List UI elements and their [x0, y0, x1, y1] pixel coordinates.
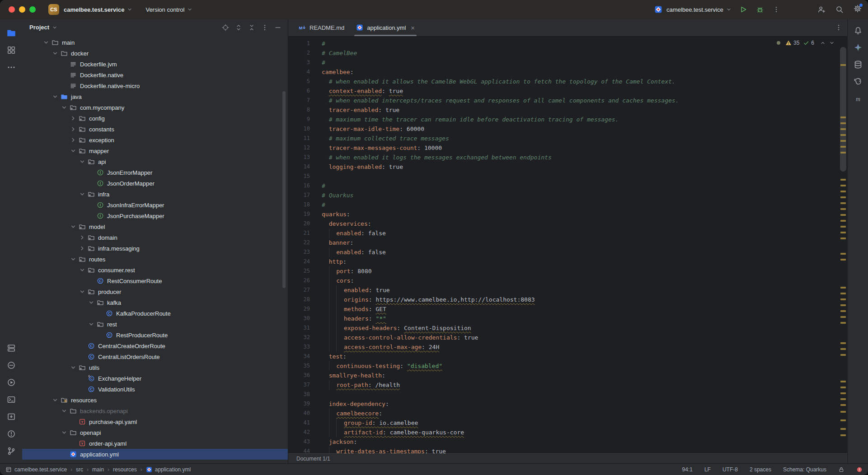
warning-stripe-mark[interactable] — [840, 298, 846, 300]
chevron-down-icon[interactable] — [52, 93, 61, 100]
project-folder-icon[interactable] — [3, 24, 20, 42]
maven-icon[interactable]: m — [849, 90, 867, 107]
chevron-down-icon[interactable] — [70, 223, 79, 230]
zoom-window-button[interactable] — [29, 6, 36, 13]
run-button[interactable] — [739, 5, 747, 14]
tree-item-domain[interactable]: domain — [22, 232, 288, 243]
tree-item-RestProducerRoute[interactable]: CRestProducerRoute — [22, 330, 288, 340]
run-circle-icon[interactable] — [3, 374, 20, 391]
more-actions-button[interactable] — [773, 6, 780, 13]
kebab-icon[interactable] — [261, 24, 268, 31]
chevron-right-icon[interactable] — [79, 245, 88, 252]
minimize-icon[interactable] — [274, 24, 282, 31]
tree-item-infra.messaging[interactable]: infra.messaging — [22, 243, 288, 254]
close-window-button[interactable] — [9, 6, 15, 13]
vcs-menu[interactable]: Version control — [145, 6, 193, 13]
warning-stripe-mark[interactable] — [840, 348, 846, 350]
inspections-widget[interactable]: 35 6 — [775, 40, 835, 46]
tree-item-model[interactable]: model — [22, 221, 288, 232]
warning-stripe-mark[interactable] — [840, 428, 846, 430]
chevron-down-icon[interactable] — [61, 407, 70, 414]
tree-item-java[interactable]: java — [22, 91, 288, 102]
build-box-icon[interactable] — [3, 408, 20, 425]
chevron-down-icon[interactable] — [88, 299, 97, 306]
tree-item-application.yml[interactable]: application.yml — [22, 449, 288, 460]
warning-stripe-mark[interactable] — [840, 185, 846, 186]
tree-item-ExchangeHelper[interactable]: CExchangeHelper — [22, 373, 288, 384]
collapse-all-icon[interactable] — [248, 24, 255, 31]
status-schema[interactable]: Schema: Quarkus — [783, 466, 826, 473]
database-icon[interactable] — [849, 56, 867, 73]
tree-item-openapi[interactable]: openapi — [22, 427, 288, 438]
chevron-right-icon[interactable] — [70, 115, 79, 122]
chevron-right-icon[interactable] — [70, 126, 79, 133]
tree-item-resources[interactable]: resources — [22, 395, 288, 405]
project-switcher[interactable]: camelbee.test.service — [64, 6, 133, 13]
warning-stripe-mark[interactable] — [840, 322, 846, 324]
chevron-down-icon[interactable] — [70, 147, 79, 154]
tree-item-mapper[interactable]: mapper — [22, 145, 288, 156]
warning-stripe-mark[interactable] — [840, 208, 846, 210]
run-config-name[interactable]: camelbee.test.service — [666, 6, 723, 13]
close-tab-icon[interactable]: × — [411, 24, 415, 31]
warning-stripe-mark[interactable] — [840, 116, 846, 118]
warning-stripe-mark[interactable] — [840, 64, 846, 66]
warning-stripe-mark[interactable] — [840, 404, 846, 406]
tree-item-com.mycompany[interactable]: com.mycompany — [22, 102, 288, 113]
tree-item-exception[interactable]: exception — [22, 135, 288, 145]
warning-stripe-mark[interactable] — [840, 387, 846, 388]
tree-item-CentralListOrdersRoute[interactable]: CCentralListOrdersRoute — [22, 351, 288, 362]
editor-options-icon[interactable] — [835, 24, 842, 31]
tree-item-KafkaProducerRoute[interactable]: CKafkaProducerRoute — [22, 308, 288, 319]
warning-stripe-mark[interactable] — [840, 293, 846, 294]
status-line-separator[interactable]: LF — [704, 466, 711, 473]
chevron-down-icon[interactable] — [61, 104, 70, 111]
tree-item-CentralCreateOrderRoute[interactable]: CCentralCreateOrderRoute — [22, 340, 288, 351]
warning-stripe-mark[interactable] — [840, 354, 846, 356]
error-stripe[interactable] — [839, 36, 848, 453]
breadcrumb-item-camelbee.test.service[interactable]: camelbee.test.service — [5, 466, 67, 473]
warning-stripe-mark[interactable] — [840, 191, 846, 192]
warning-stripe-mark[interactable] — [840, 419, 846, 421]
code-editor[interactable]: 1#2# CamelBee3#4camelbee:5# when enabled… — [288, 36, 839, 453]
chevron-right-icon[interactable] — [70, 136, 79, 144]
tree-item-kafka[interactable]: kafka — [22, 297, 288, 308]
tree-item-producer[interactable]: producer — [22, 286, 288, 297]
warning-stripe-mark[interactable] — [840, 226, 846, 228]
grid-icon[interactable] — [3, 42, 20, 59]
warning-stripe-mark[interactable] — [840, 232, 846, 233]
warning-stripe-mark[interactable] — [840, 146, 846, 148]
more-horizontal-icon[interactable] — [3, 59, 20, 76]
tree-scrollbar[interactable] — [282, 91, 286, 288]
chevron-down-icon[interactable] — [70, 256, 79, 263]
tree-item-order-api.yaml[interactable]: Yorder-api.yaml — [22, 438, 288, 449]
warning-stripe-mark[interactable] — [840, 253, 846, 255]
settings-gear-icon[interactable] — [854, 5, 862, 14]
add-user-icon[interactable] — [817, 5, 826, 14]
warning-stripe-mark[interactable] — [840, 310, 846, 312]
tree-item-docker[interactable]: docker — [22, 48, 288, 59]
next-problem-button[interactable] — [829, 40, 835, 46]
warning-stripe-mark[interactable] — [840, 122, 846, 124]
gradle-icon[interactable] — [849, 73, 867, 90]
notifications-bell-icon[interactable] — [849, 22, 867, 39]
minimize-window-button[interactable] — [19, 6, 25, 13]
warning-stripe-mark[interactable] — [840, 128, 846, 130]
tree-item-Dockerfile.native-micro[interactable]: Dockerfile.native-micro — [22, 80, 288, 91]
chevron-down-icon[interactable] — [79, 191, 88, 198]
debug-button[interactable] — [756, 5, 764, 14]
chevron-down-icon[interactable] — [88, 321, 97, 328]
locate-icon[interactable] — [222, 24, 229, 31]
warning-stripe-mark[interactable] — [840, 140, 846, 142]
warning-stripe-mark[interactable] — [840, 392, 846, 394]
tree-item-routes[interactable]: routes — [22, 254, 288, 265]
warning-stripe-mark[interactable] — [840, 196, 846, 198]
chevron-down-icon[interactable] — [42, 39, 52, 46]
breadcrumb-item-main[interactable]: main — [92, 466, 104, 473]
tree-item-constants[interactable]: constants — [22, 124, 288, 135]
tree-item-rest[interactable]: rest — [22, 319, 288, 330]
breadcrumb-item-application.yml[interactable]: application.yml — [146, 466, 191, 473]
status-caret-position[interactable]: 94:1 — [682, 466, 693, 473]
warning-stripe-mark[interactable] — [840, 411, 846, 413]
services-icon[interactable] — [3, 340, 20, 357]
